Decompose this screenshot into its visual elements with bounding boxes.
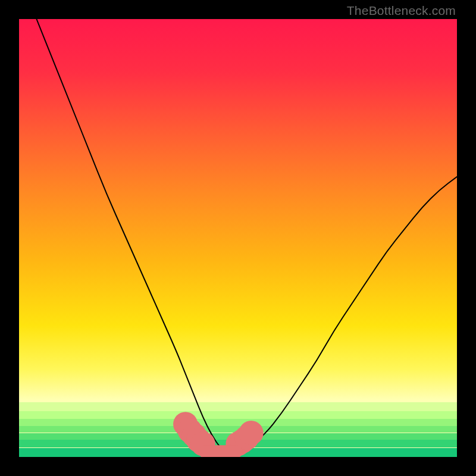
cluster-dot — [239, 421, 263, 445]
watermark-text: TheBottleneck.com — [347, 4, 456, 18]
chart-svg — [19, 19, 457, 457]
chart-frame: TheBottleneck.com — [0, 0, 476, 476]
bottleneck-curve — [36, 19, 457, 453]
plot-area — [19, 19, 457, 457]
